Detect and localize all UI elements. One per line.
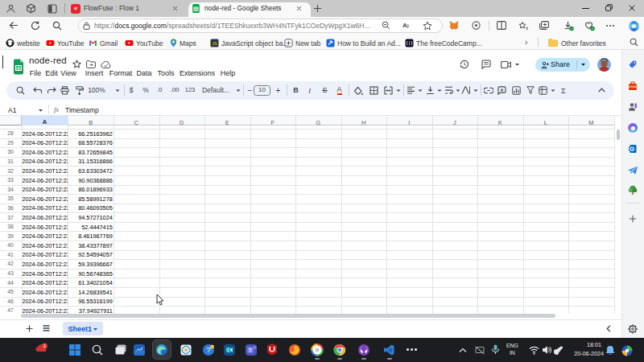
svg-text:?: ? [206, 346, 210, 354]
svg-text:T: T [248, 347, 252, 352]
svg-text:JS: JS [212, 41, 217, 46]
